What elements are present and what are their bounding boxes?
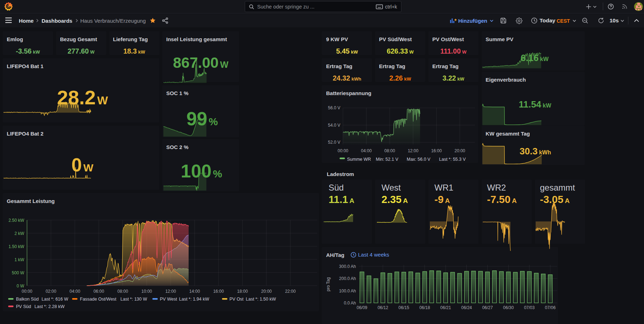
- svg-text:10:00: 10:00: [141, 289, 152, 294]
- svg-text:pro Tag: pro Tag: [326, 277, 331, 291]
- svg-text:1 kW: 1 kW: [15, 257, 25, 262]
- svg-text:0.0 Ah: 0.0 Ah: [344, 301, 356, 306]
- svg-text:00:00: 00:00: [22, 289, 32, 294]
- svg-text:12:00: 12:00: [408, 148, 418, 153]
- svg-text:Last *: 1.94 kW: Last *: 1.94 kW: [179, 297, 209, 302]
- svg-text:07/03: 07/03: [524, 305, 535, 310]
- svg-text:Balkon Süd: Balkon Süd: [16, 297, 39, 302]
- svg-text:Last *: 130 W: Last *: 130 W: [120, 297, 147, 302]
- svg-text:56.0 V: 56.0 V: [328, 105, 340, 110]
- svg-text:1.50 kW: 1.50 kW: [9, 244, 25, 249]
- svg-text:08:00: 08:00: [118, 289, 128, 294]
- svg-text:Min: 52.1 V: Min: 52.1 V: [376, 157, 399, 162]
- svg-text:500 W: 500 W: [12, 270, 24, 275]
- svg-text:04:00: 04:00: [361, 148, 372, 153]
- svg-text:52.0 V: 52.0 V: [328, 140, 340, 145]
- svg-text:Last *: 1.50 kW: Last *: 1.50 kW: [246, 297, 276, 302]
- svg-text:PV Süd: PV Süd: [16, 304, 31, 309]
- svg-text:Last *: 2.28 kW: Last *: 2.28 kW: [34, 304, 65, 309]
- svg-text:06/30: 06/30: [503, 305, 514, 310]
- svg-text:20:00: 20:00: [454, 148, 465, 153]
- svg-text:08:00: 08:00: [384, 148, 395, 153]
- svg-text:0 W: 0 W: [17, 284, 25, 289]
- svg-text:18:00: 18:00: [237, 289, 248, 294]
- svg-text:20:00: 20:00: [261, 289, 272, 294]
- svg-text:14:00: 14:00: [189, 289, 200, 294]
- svg-text:06/27: 06/27: [482, 305, 493, 310]
- svg-text:06:00: 06:00: [93, 289, 104, 294]
- svg-text:04:00: 04:00: [70, 289, 80, 294]
- svg-text:06/15: 06/15: [399, 305, 409, 310]
- svg-text:06/12: 06/12: [378, 305, 388, 310]
- svg-text:12:00: 12:00: [165, 289, 176, 294]
- svg-text:100.0 Ah: 100.0 Ah: [339, 289, 356, 293]
- svg-text:PV Ost: PV Ost: [229, 297, 244, 302]
- svg-text:2 kW: 2 kW: [15, 231, 25, 236]
- svg-text:2.50 kW: 2.50 kW: [9, 218, 25, 223]
- svg-text:200.0 Ah: 200.0 Ah: [339, 276, 356, 281]
- svg-text:Summe WR: Summe WR: [347, 157, 371, 162]
- svg-text:16:00: 16:00: [213, 289, 224, 294]
- svg-text:06/21: 06/21: [440, 305, 451, 310]
- svg-text:Fassade Ost/West: Fassade Ost/West: [80, 297, 117, 302]
- svg-text:02:00: 02:00: [45, 289, 56, 294]
- svg-text:06/18: 06/18: [420, 305, 430, 310]
- svg-text:07/06: 07/06: [545, 305, 556, 310]
- svg-text:PV West: PV West: [160, 297, 177, 302]
- svg-text:Last *: 616 W: Last *: 616 W: [42, 297, 68, 302]
- svg-text:22:00: 22:00: [285, 289, 296, 294]
- svg-text:300.0 Ah: 300.0 Ah: [339, 264, 356, 269]
- svg-text:Max: 56.0 V: Max: 56.0 V: [407, 157, 431, 162]
- svg-text:06/09: 06/09: [357, 305, 367, 310]
- svg-text:Last *: 55.3 V: Last *: 55.3 V: [439, 157, 466, 162]
- svg-text:00:00: 00:00: [337, 148, 348, 153]
- svg-text:16:00: 16:00: [431, 148, 442, 153]
- svg-text:54.0 V: 54.0 V: [328, 123, 340, 128]
- svg-text:06/24: 06/24: [461, 305, 472, 310]
